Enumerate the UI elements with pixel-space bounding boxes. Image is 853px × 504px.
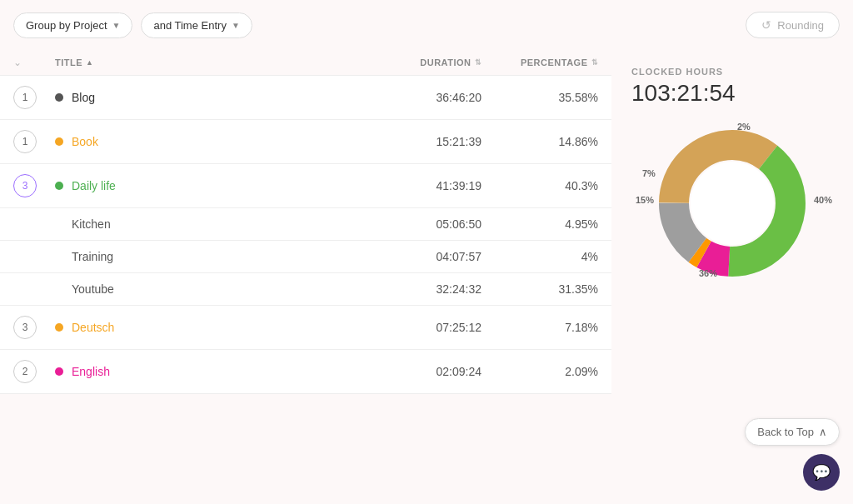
- chevron-down-icon: ▼: [232, 21, 240, 30]
- row-duration: 36:46:20: [365, 91, 481, 104]
- row-duration: 05:06:50: [365, 217, 481, 231]
- row-duration: 04:07:57: [365, 250, 481, 263]
- row-duration: 15:21:39: [365, 135, 481, 148]
- row-duration: 07:25:12: [365, 321, 481, 334]
- rounding-icon: ↺: [761, 18, 771, 32]
- project-dot: [55, 323, 63, 332]
- group-by-label: Group by Project: [26, 19, 107, 32]
- row-duration: 02:09:24: [365, 365, 481, 378]
- chart-label-15pct: 15%: [636, 195, 654, 205]
- row-percentage: 14.86%: [481, 135, 598, 148]
- chart-label-40pct: 40%: [814, 195, 832, 205]
- row-percentage: 40.3%: [481, 179, 598, 192]
- row-percentage: 7.18%: [481, 321, 598, 334]
- row-number: 3: [13, 174, 37, 197]
- row-percentage: 4%: [481, 250, 598, 263]
- chat-widget-button[interactable]: 💬: [803, 454, 840, 491]
- table-row: 3 Daily life 41:39:19 40.3%: [0, 164, 611, 208]
- row-title[interactable]: Deutsch: [55, 321, 365, 334]
- project-dot: [55, 137, 63, 146]
- table-row-child: Kitchen 05:06:50 4.95%: [0, 208, 611, 241]
- row-duration: 32:24:32: [365, 282, 481, 296]
- chart-label-2pct: 2%: [737, 122, 751, 132]
- row-title[interactable]: Book: [55, 135, 365, 148]
- table-row-child: Training 04:07:57 4%: [0, 241, 611, 273]
- row-percentage: 2.09%: [481, 365, 598, 378]
- row-number: 1: [13, 86, 37, 109]
- toolbar: Group by Project ▼ and Time Entry ▼ ↺ Ro…: [0, 0, 853, 50]
- chart-label-36pct: 36%: [699, 268, 717, 278]
- table-header: ⌄ TITLE ▲ DURATION ⇅ PERCENTAGE ⇅: [0, 50, 611, 76]
- clocked-hours-label: CLOCKED HOURS: [631, 67, 723, 77]
- project-dot: [55, 93, 63, 102]
- donut-chart: 2% 7% 15% 40% 36%: [649, 120, 816, 287]
- sort-icon: ⇅: [475, 58, 482, 67]
- child-title: Training: [55, 250, 365, 263]
- title-column-header[interactable]: TITLE ▲: [55, 57, 365, 67]
- time-entry-dropdown[interactable]: and Time Entry ▼: [141, 12, 252, 38]
- row-title[interactable]: English: [55, 365, 365, 378]
- svg-point-6: [691, 162, 774, 245]
- percentage-column-header[interactable]: PERCENTAGE ⇅: [481, 57, 598, 67]
- row-number: 3: [13, 316, 37, 339]
- main-content: ⌄ TITLE ▲ DURATION ⇅ PERCENTAGE ⇅ 1 Blog…: [0, 50, 853, 504]
- chart-svg: [649, 120, 816, 287]
- child-title: Youtube: [55, 282, 365, 296]
- project-dot: [55, 182, 63, 190]
- chat-icon: 💬: [812, 463, 831, 482]
- time-entry-label: and Time Entry: [153, 19, 226, 32]
- child-title: Kitchen: [55, 217, 365, 231]
- chevron-up-icon: ∧: [819, 426, 827, 438]
- row-duration: 41:39:19: [365, 179, 481, 192]
- rounding-button[interactable]: ↺ Rounding: [746, 12, 840, 38]
- row-percentage: 35.58%: [481, 91, 598, 104]
- group-by-project-dropdown[interactable]: Group by Project ▼: [13, 12, 132, 38]
- duration-column-header[interactable]: DURATION ⇅: [365, 57, 481, 67]
- sort-icon: ⇅: [591, 58, 599, 67]
- chevron-down-icon: ▼: [112, 21, 121, 30]
- back-to-top-button[interactable]: Back to Top ∧: [745, 418, 840, 446]
- row-percentage: 4.95%: [481, 217, 598, 231]
- table-row: 2 English 02:09:24 2.09%: [0, 350, 611, 394]
- table-section: ⌄ TITLE ▲ DURATION ⇅ PERCENTAGE ⇅ 1 Blog…: [0, 50, 611, 504]
- row-number: 2: [13, 360, 37, 383]
- table-row: 3 Deutsch 07:25:12 7.18%: [0, 306, 611, 350]
- toggle-all[interactable]: ⌄: [13, 57, 55, 68]
- project-dot: [55, 367, 63, 376]
- row-number: 1: [13, 130, 37, 153]
- row-title[interactable]: Daily life: [55, 179, 365, 192]
- right-panel: CLOCKED HOURS 103:21:54: [611, 50, 853, 504]
- row-percentage: 31.35%: [481, 282, 598, 296]
- back-to-top-label: Back to Top: [757, 426, 814, 438]
- table-row: 1 Book 15:21:39 14.86%: [0, 120, 611, 164]
- clocked-hours-value: 103:21:54: [631, 80, 736, 107]
- row-title[interactable]: Blog: [55, 91, 365, 104]
- rounding-label: Rounding: [777, 19, 824, 32]
- sort-icon: ▲: [86, 58, 93, 67]
- table-row-child: Youtube 32:24:32 31.35%: [0, 273, 611, 306]
- chart-label-7pct: 7%: [642, 168, 656, 178]
- table-row: 1 Blog 36:46:20 35.58%: [0, 76, 611, 120]
